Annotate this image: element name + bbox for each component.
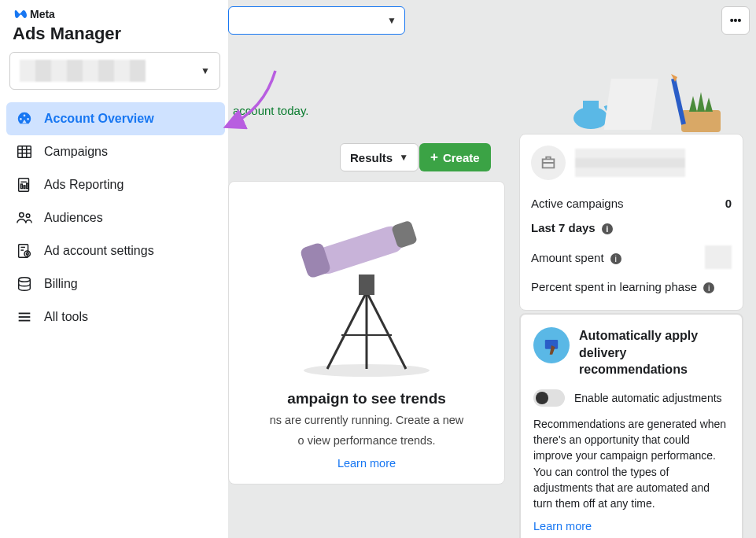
plus-icon: + (430, 149, 438, 165)
banner-text: account today. (233, 104, 308, 117)
nav-label: Ad account settings (44, 244, 154, 258)
caret-down-icon: ▼ (201, 65, 210, 76)
results-label: Results (350, 151, 393, 164)
svg-rect-35 (359, 275, 374, 295)
svg-rect-5 (19, 179, 29, 192)
people-icon (16, 209, 33, 227)
empty-subtitle-1: ns are currently running. Create a new (240, 412, 493, 428)
stats-header (531, 146, 732, 180)
stat-label: Amount spent (531, 251, 604, 264)
svg-line-28 (327, 292, 367, 369)
caret-down-icon: ▼ (399, 152, 408, 163)
svg-point-14 (26, 252, 28, 255)
learn-more-link[interactable]: Learn more (337, 457, 396, 470)
auto-adjust-toggle[interactable] (533, 389, 565, 407)
app-title: Ads Manager (13, 24, 225, 44)
nav-all-tools[interactable]: All tools (6, 300, 225, 333)
nav-label: Ads Reporting (44, 178, 124, 192)
svg-point-10 (20, 213, 24, 218)
svg-rect-24 (681, 110, 721, 132)
results-dropdown[interactable]: Results ▼ (340, 143, 419, 171)
svg-point-13 (24, 251, 30, 256)
learn-more-link[interactable]: Learn more (533, 520, 592, 532)
billing-icon (16, 275, 33, 293)
svg-rect-8 (24, 186, 25, 189)
stat-active-campaigns: Active campaigns 0 (531, 191, 732, 216)
settings-doc-icon (16, 242, 33, 260)
dots-icon: ••• (730, 14, 742, 27)
nav-campaigns[interactable]: Campaigns (6, 135, 225, 168)
hamburger-icon (16, 308, 33, 326)
recs-description: Recommendations are generated when there… (533, 416, 729, 512)
nav-audiences[interactable]: Audiences (6, 201, 225, 234)
stat-value: 0 (725, 197, 732, 210)
header-illustration (559, 55, 732, 134)
value-redacted (705, 245, 732, 269)
meta-logo-icon (13, 9, 27, 19)
stat-percent-learning: Percent spent in learning phase i (531, 275, 732, 299)
empty-title: ampaign to see trends (240, 390, 493, 407)
toggle-label: Enable automatic adjustments (574, 392, 722, 404)
create-label: Create (443, 151, 480, 164)
nav-label: Billing (44, 277, 78, 291)
recs-title: Automatically apply delivery recommendat… (579, 327, 729, 378)
nav-label: Account Overview (44, 112, 154, 126)
thumbs-up-badge-icon (533, 327, 570, 363)
nav-ads-reporting[interactable]: Ads Reporting (6, 168, 225, 201)
account-name-redacted (20, 60, 146, 82)
gauge-icon (16, 110, 33, 127)
trends-empty-card: ampaign to see trends ns are currently r… (228, 181, 505, 485)
create-button[interactable]: + Create (419, 143, 491, 171)
recommendations-card: Automatically apply delivery recommendat… (519, 313, 743, 538)
svg-rect-9 (27, 183, 28, 188)
briefcase-icon (540, 154, 557, 171)
svg-point-17 (19, 278, 31, 282)
recs-header: Automatically apply delivery recommendat… (533, 327, 729, 378)
svg-rect-23 (604, 79, 658, 130)
stat-last-7-days: Last 7 days i (531, 216, 732, 240)
account-name-redacted (575, 149, 685, 177)
topbar: ▼ ••• (228, 6, 750, 35)
stat-label: Last 7 days (531, 221, 596, 234)
empty-subtitle-2: o view performance trends. (240, 433, 493, 448)
svg-rect-22 (583, 101, 599, 115)
top-account-dropdown[interactable]: ▼ (228, 6, 405, 35)
account-selector[interactable]: ▼ (9, 52, 220, 90)
nav-label: Audiences (44, 211, 103, 225)
caret-down-icon: ▼ (387, 15, 396, 26)
stat-label: Active campaigns (531, 197, 624, 210)
info-icon[interactable]: i (602, 223, 613, 234)
svg-rect-0 (18, 146, 31, 158)
nav-account-overview[interactable]: Account Overview (6, 102, 225, 135)
brand: Meta (13, 8, 225, 20)
info-icon[interactable]: i (703, 282, 714, 293)
stat-label: Percent spent in learning phase (531, 280, 697, 293)
info-icon[interactable]: i (610, 253, 621, 264)
more-button[interactable]: ••• (721, 6, 750, 35)
sidebar: Meta Ads Manager ▼ Account Overview Camp… (0, 0, 228, 538)
report-icon (16, 176, 33, 193)
telescope-illustration (296, 205, 437, 378)
nav-billing[interactable]: Billing (6, 267, 225, 300)
toggle-row: Enable automatic adjustments (533, 389, 729, 407)
nav-ad-account-settings[interactable]: Ad account settings (6, 234, 225, 267)
grid-icon (16, 143, 33, 160)
svg-line-29 (367, 292, 406, 369)
stat-amount-spent: Amount spent i (531, 240, 732, 275)
account-stats-card: Active campaigns 0 Last 7 days i Amount … (519, 134, 743, 311)
nav-label: Campaigns (44, 145, 108, 159)
svg-rect-7 (20, 184, 22, 189)
brand-text: Meta (30, 8, 55, 20)
nav-label: All tools (44, 310, 88, 324)
svg-point-11 (26, 214, 30, 218)
svg-line-25 (673, 79, 684, 124)
briefcase-avatar (531, 146, 566, 180)
